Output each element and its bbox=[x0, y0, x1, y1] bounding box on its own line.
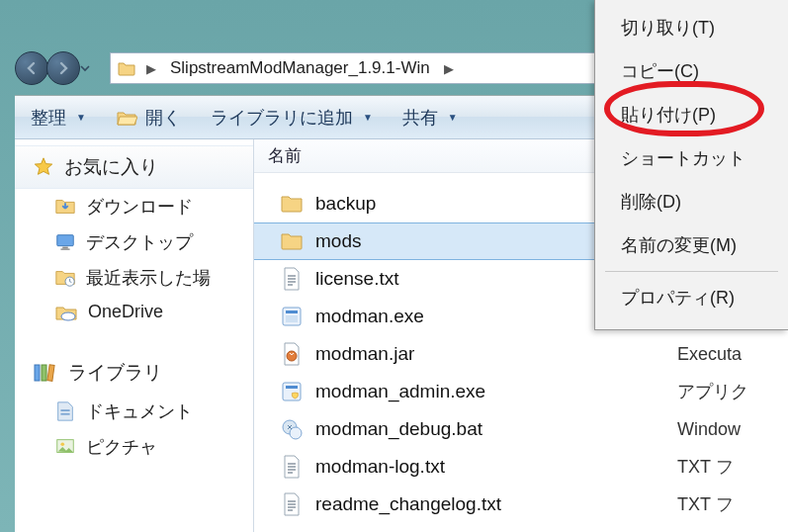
arrow-right-icon bbox=[55, 60, 71, 76]
add-to-library-button[interactable]: ライブラリに追加▼ bbox=[205, 102, 379, 133]
sidebar-item[interactable]: ダウンロード bbox=[15, 189, 253, 224]
context-menu-item[interactable]: 名前の変更(M) bbox=[599, 223, 784, 267]
desktop-icon bbox=[54, 231, 76, 253]
breadcrumb-separator[interactable]: ▶ bbox=[440, 61, 458, 76]
share-button[interactable]: 共有▼ bbox=[396, 102, 464, 133]
svg-point-5 bbox=[61, 312, 75, 320]
file-row[interactable]: modman.jarExecuta bbox=[254, 335, 788, 373]
file-type: Window bbox=[669, 419, 788, 440]
bat-icon bbox=[274, 418, 309, 440]
folder-icon bbox=[274, 230, 309, 252]
libraries-label: ライブラリ bbox=[68, 360, 162, 386]
txt-icon bbox=[274, 267, 309, 291]
sidebar-item[interactable]: デスクトップ bbox=[15, 224, 253, 260]
breadcrumb-separator[interactable]: ▶ bbox=[142, 61, 160, 76]
star-icon bbox=[33, 156, 54, 178]
open-label: 開く bbox=[145, 106, 181, 130]
svg-rect-3 bbox=[60, 248, 69, 249]
svg-rect-0 bbox=[57, 235, 74, 246]
breadcrumb-item[interactable]: SlipstreamModManager_1.9.1-Win bbox=[166, 58, 434, 78]
context-menu-item[interactable]: 切り取り(T) bbox=[599, 6, 784, 49]
svg-rect-18 bbox=[286, 386, 298, 389]
file-type: Executa bbox=[669, 344, 788, 365]
jar-icon bbox=[274, 342, 309, 366]
svg-rect-14 bbox=[286, 310, 298, 313]
svg-rect-9 bbox=[60, 409, 69, 411]
svg-rect-17 bbox=[283, 383, 301, 400]
file-row[interactable]: modman_debug.batWindow bbox=[254, 410, 788, 448]
library-label: ライブラリに追加 bbox=[211, 106, 353, 130]
svg-rect-6 bbox=[35, 365, 40, 381]
sidebar-item-label: ダウンロード bbox=[86, 195, 193, 219]
nav-forward-button[interactable] bbox=[46, 51, 80, 85]
folder-open-icon bbox=[116, 108, 137, 128]
sidebar-item-label: ピクチャ bbox=[86, 435, 157, 459]
file-row[interactable]: modman-log.txtTXT フ bbox=[254, 448, 788, 486]
context-menu-item[interactable]: ショートカット bbox=[599, 136, 784, 180]
svg-rect-7 bbox=[42, 365, 46, 381]
library-icon bbox=[33, 361, 58, 385]
arrow-left-icon bbox=[24, 60, 40, 76]
menu-separator bbox=[605, 271, 778, 272]
context-menu-item[interactable]: 貼り付け(P) bbox=[599, 93, 784, 136]
sidebar-resize-handle[interactable] bbox=[249, 139, 257, 532]
context-menu: 切り取り(T)コピー(C)貼り付け(P)ショートカット削除(D)名前の変更(M)… bbox=[594, 0, 788, 330]
nav-history-dropdown[interactable] bbox=[78, 51, 92, 85]
file-type: TXT フ bbox=[669, 455, 788, 479]
file-name: readme_changelog.txt bbox=[309, 493, 669, 515]
file-name: modman_admin.exe bbox=[309, 381, 669, 402]
doc-icon bbox=[54, 400, 76, 422]
pic-icon bbox=[54, 436, 76, 458]
share-label: 共有 bbox=[402, 106, 438, 130]
organize-label: 整理 bbox=[31, 106, 66, 130]
sidebar-group-libraries[interactable]: ライブラリ bbox=[15, 352, 253, 394]
file-row[interactable]: modman_admin.exeアプリク bbox=[254, 373, 788, 410]
svg-rect-15 bbox=[286, 315, 298, 322]
onedrive-icon bbox=[54, 303, 78, 322]
favorites-label: お気に入り bbox=[64, 154, 158, 180]
exe-icon bbox=[274, 306, 309, 327]
svg-rect-8 bbox=[47, 365, 54, 382]
download-icon bbox=[54, 196, 76, 218]
sidebar-item[interactable]: ドキュメント bbox=[15, 394, 253, 429]
sidebar-item-label: ドキュメント bbox=[86, 399, 193, 423]
chevron-down-icon bbox=[80, 63, 90, 73]
context-menu-item[interactable]: 削除(D) bbox=[599, 180, 784, 223]
column-name-label: 名前 bbox=[268, 144, 302, 167]
exeshield-icon bbox=[274, 381, 309, 402]
svg-rect-10 bbox=[60, 413, 69, 415]
file-row[interactable]: readme_changelog.txtTXT フ bbox=[254, 486, 788, 523]
context-menu-item[interactable]: コピー(C) bbox=[599, 49, 784, 93]
svg-point-16 bbox=[287, 351, 297, 361]
svg-rect-2 bbox=[62, 247, 68, 249]
context-menu-item[interactable]: プロパティ(R) bbox=[599, 276, 784, 319]
file-name: modman-log.txt bbox=[309, 456, 669, 478]
file-type: TXT フ bbox=[669, 492, 788, 516]
txt-icon bbox=[274, 455, 309, 479]
sidebar-group-favorites[interactable]: お気に入り bbox=[15, 145, 253, 189]
chevron-down-icon: ▼ bbox=[363, 112, 373, 123]
sidebar: お気に入り ダウンロードデスクトップ最近表示した場OneDrive ライブラリ … bbox=[15, 139, 254, 532]
chevron-down-icon: ▼ bbox=[76, 112, 86, 123]
chevron-down-icon: ▼ bbox=[448, 112, 458, 123]
file-name: modman.jar bbox=[309, 343, 669, 365]
sidebar-item[interactable]: OneDrive bbox=[15, 296, 253, 328]
folder-icon bbox=[274, 193, 309, 215]
sidebar-item-label: 最近表示した場 bbox=[86, 266, 211, 290]
sidebar-item-label: デスクトップ bbox=[86, 230, 193, 254]
file-name: modman_debug.bat bbox=[309, 418, 669, 440]
organize-button[interactable]: 整理▼ bbox=[25, 102, 92, 133]
recent-icon bbox=[54, 267, 76, 289]
nav-back-button[interactable] bbox=[15, 51, 48, 85]
folder-icon bbox=[117, 58, 136, 78]
sidebar-item-label: OneDrive bbox=[88, 302, 163, 322]
sidebar-item[interactable]: ピクチャ bbox=[15, 429, 253, 465]
svg-point-12 bbox=[60, 442, 64, 446]
open-button[interactable]: 開く bbox=[110, 102, 187, 133]
txt-icon bbox=[274, 492, 309, 516]
sidebar-item[interactable]: 最近表示した場 bbox=[15, 260, 253, 296]
file-type: アプリク bbox=[669, 380, 788, 403]
